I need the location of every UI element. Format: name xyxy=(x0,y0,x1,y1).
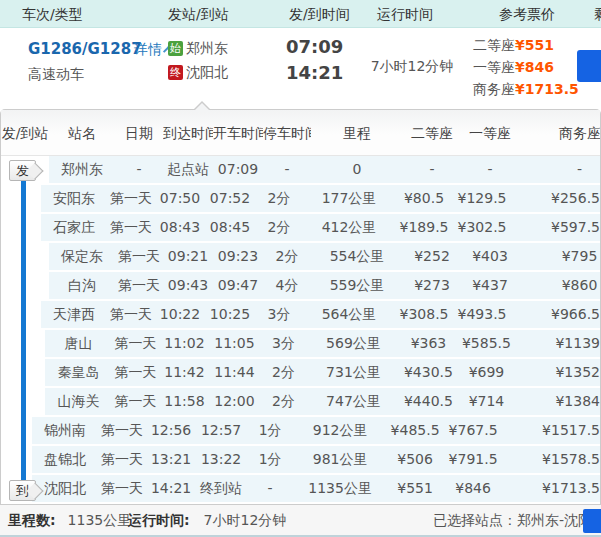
terminal-badge-icon: 终 xyxy=(168,65,183,80)
cell-distance: 981公里 xyxy=(294,446,386,473)
cell-station: 保定东 xyxy=(49,243,115,270)
train-schedule-panel: 车次/类型 发站/到站 发/到时间 运行时间 参考票价 剩 G1286/G128… xyxy=(0,0,601,537)
cell-arrive: 09:43 xyxy=(163,272,213,299)
terminal-station: 终沈阳北 xyxy=(168,64,228,82)
total-duration: 运行时间:7小时12分钟 xyxy=(128,505,286,536)
list-header-bar: 车次/类型 发站/到站 发/到时间 运行时间 参考票价 剩 xyxy=(0,0,601,28)
summary-footer-bar: 里程数:1135公里 运行时间:7小时12分钟 已选择站点：郑州东-沈阳北 xyxy=(0,504,601,537)
table-row: 石家庄 第一天 08:43 08:45 2分 412公里 ¥189.5 ¥302… xyxy=(1,214,600,243)
cell-first: ¥437 xyxy=(461,272,519,299)
table-row: 山海关 第一天 11:58 12:00 2分 747公里 ¥440.5 ¥714… xyxy=(1,388,600,417)
train-number-link[interactable]: G1286/G1287 xyxy=(28,40,142,58)
arrive-time: 14:21 xyxy=(286,62,343,83)
cell-distance: 0 xyxy=(311,156,403,183)
total-mileage: 里程数:1135公里 xyxy=(8,505,131,536)
cell-stop: 2分 xyxy=(259,359,307,386)
book-button[interactable] xyxy=(577,50,601,82)
cell-date: 第一天 xyxy=(98,417,146,444)
selected-stations: 已选择站点：郑州东-沈阳北 xyxy=(433,505,601,536)
price-second-class: 二等座¥551 xyxy=(473,34,579,56)
header-distance: 里程 xyxy=(311,110,403,155)
arrive-tag-badge: 到 xyxy=(9,480,36,501)
cell-arrive: 14:21 xyxy=(146,475,196,502)
cell-second: ¥430.5 xyxy=(399,359,457,386)
cell-second: ¥189.5 xyxy=(395,214,453,241)
cell-date: 第一天 xyxy=(111,330,159,357)
cell-arrive: 11:02 xyxy=(159,330,209,357)
price-first-value: ¥846 xyxy=(515,59,554,75)
stops-table-header: 发/到站 站名 日期 到达时间 开车时间 停车时间 里程 二等座 一等座 商务座 xyxy=(1,110,600,156)
cell-business: ¥256.5 xyxy=(511,185,600,212)
cell-depart: 12:57 xyxy=(196,417,246,444)
cell-distance: 912公里 xyxy=(294,417,386,444)
cell-first: ¥791.5 xyxy=(444,446,502,473)
cell-depart: 08:45 xyxy=(205,214,255,241)
footer-action-button[interactable] xyxy=(583,509,601,533)
cell-distance: 569公里 xyxy=(307,330,399,357)
cell-arrive: 10:22 xyxy=(155,301,205,328)
cell-business: ¥597.5 xyxy=(511,214,600,241)
cell-station: 郑州东 xyxy=(49,156,115,183)
table-row: 白沟 第一天 09:43 09:47 4分 559公里 ¥273 ¥437 ¥8… xyxy=(1,272,600,301)
cell-date: - xyxy=(115,156,163,183)
cell-second: ¥80.5 xyxy=(395,185,453,212)
cell-first: ¥403 xyxy=(461,243,519,270)
table-row: 保定东 第一天 09:21 09:23 2分 554公里 ¥252 ¥403 ¥… xyxy=(1,243,600,272)
cell-date: 第一天 xyxy=(115,243,163,270)
col-duration: 运行时间 xyxy=(377,0,433,28)
price-second-value: ¥551 xyxy=(515,37,554,53)
header-arrive: 到达时间 xyxy=(163,110,213,155)
col-train-type: 车次/类型 xyxy=(22,0,83,28)
table-row: 秦皇岛 第一天 11:42 11:44 2分 731公里 ¥430.5 ¥699… xyxy=(1,359,600,388)
cell-first: ¥846 xyxy=(444,475,502,502)
cell-depart: 07:52 xyxy=(205,185,255,212)
cell-station: 天津西 xyxy=(41,301,107,328)
cell-depart: 12:00 xyxy=(209,388,259,415)
table-row: 盘锦北 第一天 13:21 13:22 1分 981公里 ¥506 ¥791.5… xyxy=(1,446,600,475)
cell-stop: 3分 xyxy=(259,330,307,357)
cell-station: 安阳东 xyxy=(41,185,107,212)
header-second: 二等座 xyxy=(403,110,461,155)
price-first-class: 一等座¥846 xyxy=(473,56,579,78)
cell-stop: 2分 xyxy=(263,243,311,270)
header-depart: 开车时间 xyxy=(213,110,263,155)
cell-stop: 4分 xyxy=(263,272,311,299)
cell-first: ¥714 xyxy=(457,388,515,415)
table-row: 天津西 第一天 10:22 10:25 3分 564公里 ¥308.5 ¥493… xyxy=(1,301,600,330)
cell-stop: 2分 xyxy=(255,185,303,212)
table-row: 锦州南 第一天 12:56 12:57 1分 912公里 ¥485.5 ¥767… xyxy=(1,417,600,446)
cell-stop: 2分 xyxy=(255,214,303,241)
cell-station: 秦皇岛 xyxy=(45,359,111,386)
cell-depart: 09:47 xyxy=(213,272,263,299)
cell-station: 盘锦北 xyxy=(32,446,98,473)
header-business: 商务座 xyxy=(519,110,600,155)
header-station: 站名 xyxy=(49,110,115,155)
origin-badge-icon: 始 xyxy=(168,41,183,56)
row-gutter xyxy=(1,446,32,475)
cell-date: 第一天 xyxy=(98,446,146,473)
cell-stop: - xyxy=(263,156,311,183)
cell-first: ¥699 xyxy=(457,359,515,386)
cell-business: ¥1517.5 xyxy=(502,417,600,444)
train-summary-row: G1286/G1287 详情 高速动车 始郑州东 终沈阳北 07:09 14:2… xyxy=(0,28,601,109)
header-dep-arr: 发/到站 xyxy=(1,110,49,155)
cell-second: ¥273 xyxy=(403,272,461,299)
row-gutter xyxy=(1,417,32,446)
cell-stop: 3分 xyxy=(255,301,303,328)
cell-distance: 177公里 xyxy=(303,185,395,212)
col-remaining: 剩 xyxy=(594,0,601,28)
header-stop: 停车时间 xyxy=(263,110,311,155)
details-label: 详情 xyxy=(134,41,162,57)
cell-depart: 10:25 xyxy=(205,301,255,328)
cell-distance: 554公里 xyxy=(311,243,403,270)
cell-date: 第一天 xyxy=(115,272,163,299)
depart-tag-badge: 发 xyxy=(9,160,36,181)
col-ref-price: 参考票价 xyxy=(499,0,555,28)
train-type-label: 高速动车 xyxy=(28,66,84,84)
col-times: 发/到时间 xyxy=(289,0,350,28)
header-date: 日期 xyxy=(115,110,163,155)
cell-second: ¥252 xyxy=(403,243,461,270)
cell-depart: 11:44 xyxy=(209,359,259,386)
cell-first: ¥302.5 xyxy=(453,214,511,241)
route-timeline-bar xyxy=(21,175,26,495)
